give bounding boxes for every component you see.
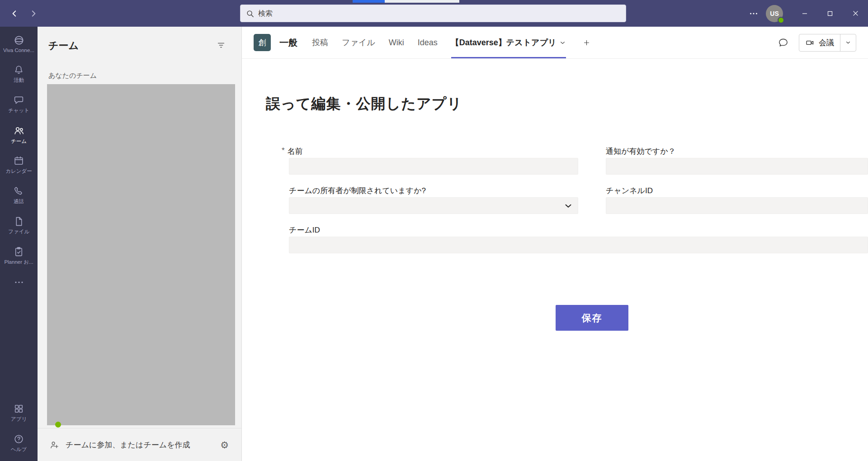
minimize-button[interactable] [792, 0, 817, 27]
app-tab-content: 誤って編集・公開したアプリ * 名前 通知が有効ですか？ チームの所有者が制限さ… [242, 59, 868, 461]
page-title: 誤って編集・公開したアプリ [266, 94, 462, 114]
panel-title: チーム [48, 39, 79, 52]
maximize-button[interactable] [817, 0, 843, 27]
rail-item-chat[interactable]: チャット [0, 89, 38, 119]
user-avatar[interactable]: US [766, 5, 783, 22]
manage-teams-button[interactable]: ⚙ [220, 440, 229, 450]
window-titlebar: US [0, 0, 868, 27]
owner-restricted-field-label: チームの所有者が制限されていますか? [289, 185, 426, 196]
chevron-down-icon [559, 39, 566, 46]
person-add-icon [49, 440, 60, 450]
rail-item-activity[interactable]: 活動 [0, 59, 38, 89]
channel-id-field-label: チャンネルID [606, 185, 653, 196]
teams-list-panel: チーム あなたのチーム チームに参加、またはチームを作成 ⚙ [38, 27, 242, 461]
rail-item-label: ファイル [8, 228, 29, 235]
tab-ideas[interactable]: Ideas [418, 27, 438, 58]
rail-item-more-apps[interactable] [0, 271, 38, 294]
presence-dot [55, 422, 61, 428]
main-area: 創 一般 投稿 ファイル Wiki Ideas 【Dataverse】テストアプ… [242, 27, 868, 461]
rail-item-planner[interactable]: Planner お... [0, 241, 38, 271]
team-list-redacted-block [47, 84, 235, 425]
search-icon [246, 10, 254, 18]
team-id-field-label: チームID [289, 225, 320, 235]
tab-dataverse-test-app[interactable]: 【Dataverse】テストアプリ [451, 27, 566, 58]
chevron-left-icon [10, 10, 19, 18]
rail-item-apps[interactable]: アプリ [0, 398, 38, 428]
phone-icon [13, 185, 24, 197]
plus-icon [583, 39, 590, 47]
video-camera-icon [805, 38, 815, 48]
app-rail: Viva Conne... 活動 チャット チーム [0, 27, 38, 461]
apps-grid-icon [13, 403, 24, 414]
back-button[interactable] [10, 9, 19, 18]
add-tab-button[interactable] [580, 36, 593, 49]
panel-footer: チームに参加、またはチームを作成 ⚙ [38, 428, 241, 461]
tab-files[interactable]: ファイル [342, 27, 375, 58]
rail-item-label: 活動 [14, 77, 24, 84]
name-input[interactable] [289, 158, 578, 175]
rail-spacer [0, 294, 38, 398]
bell-icon [13, 64, 24, 76]
rail-item-calls[interactable]: 通話 [0, 180, 38, 210]
filter-icon [216, 40, 226, 50]
rail-item-label: Viva Conne... [3, 48, 34, 53]
team-avatar-initial: 創 [259, 38, 266, 48]
close-button[interactable] [843, 0, 868, 27]
channel-id-input[interactable] [606, 197, 868, 214]
notification-input[interactable] [606, 158, 868, 175]
channel-tabs: 投稿 ファイル Wiki Ideas 【Dataverse】テストアプリ [312, 27, 593, 58]
forward-button[interactable] [29, 9, 38, 18]
teams-people-icon [13, 125, 25, 137]
owner-restricted-dropdown[interactable] [289, 197, 578, 214]
chat-bubble-icon [13, 95, 24, 106]
channel-name: 一般 [279, 37, 297, 49]
notification-field-label: 通知が有効ですか？ [606, 146, 676, 157]
rail-item-files[interactable]: ファイル [0, 210, 38, 241]
minimize-icon [802, 11, 807, 16]
meet-split-button: 会議 [799, 34, 856, 52]
channel-header: 創 一般 投稿 ファイル Wiki Ideas 【Dataverse】テストアプ… [242, 27, 868, 59]
meet-button[interactable]: 会議 [799, 34, 840, 51]
name-field-label: * 名前 [282, 146, 303, 157]
close-icon [853, 10, 859, 16]
chevron-down-icon [563, 201, 573, 211]
tab-wiki[interactable]: Wiki [389, 27, 404, 58]
rail-item-label: チャット [8, 107, 29, 114]
rail-item-label: ヘルプ [11, 446, 27, 453]
search-bar[interactable] [240, 5, 626, 22]
app-body: Viva Conne... 活動 チャット チーム [0, 27, 868, 461]
search-input[interactable] [258, 10, 620, 18]
save-button[interactable]: 保存 [556, 305, 628, 331]
your-teams-section-label: あなたのチーム [48, 71, 97, 80]
more-options-button[interactable] [744, 0, 763, 27]
background-window-strip-white [385, 0, 459, 3]
rail-item-viva-connections[interactable]: Viva Conne... [0, 29, 38, 59]
meet-button-label: 会議 [819, 38, 834, 48]
rail-item-label: カレンダー [5, 168, 32, 175]
ellipsis-icon [14, 277, 24, 288]
calendar-icon [13, 155, 24, 166]
team-id-input[interactable] [289, 237, 868, 253]
history-navigation [10, 9, 38, 18]
teams-app-window: US Viva Conne... [0, 0, 868, 461]
rail-item-calendar[interactable]: カレンダー [0, 150, 38, 180]
team-avatar[interactable]: 創 [254, 34, 271, 51]
join-create-team-link[interactable]: チームに参加、またはチームを作成 [66, 440, 190, 450]
avatar-initials: US [770, 10, 778, 17]
tab-posts[interactable]: 投稿 [312, 27, 328, 58]
speech-bubble-icon [778, 37, 789, 48]
channel-conversation-button[interactable] [778, 37, 789, 48]
tab-label: 【Dataverse】テストアプリ [451, 37, 557, 48]
meet-options-button[interactable] [840, 34, 856, 51]
chevron-down-icon [845, 39, 851, 46]
filter-button[interactable] [216, 40, 226, 50]
rail-item-help[interactable]: ヘルプ [0, 428, 38, 458]
channel-header-actions: 会議 [778, 34, 868, 52]
titlebar-controls: US [744, 0, 868, 27]
help-question-icon [13, 433, 24, 445]
background-window-strip-blue [353, 0, 385, 3]
rail-item-teams[interactable]: チーム [0, 119, 38, 150]
rail-item-label: アプリ [11, 416, 27, 423]
viva-connections-logo [13, 34, 25, 46]
presence-available-icon [778, 17, 784, 24]
